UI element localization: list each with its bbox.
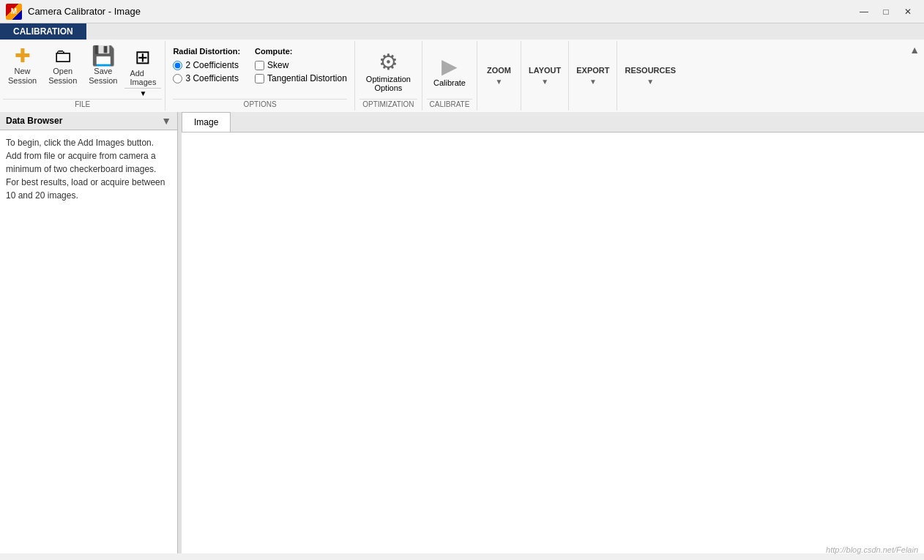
- add-images-button[interactable]: ⊞ AddImages ▼: [124, 42, 162, 99]
- minimize-button[interactable]: —: [854, 4, 874, 20]
- optimization-label: Optimization Options: [366, 75, 411, 92]
- options-group-label: OPTIONS: [173, 99, 346, 109]
- data-browser-content: To begin, click the Add Images button. A…: [0, 130, 177, 208]
- ribbon-content: ✚ New Session 🗀 Open Session 💾 Save Sess…: [0, 40, 924, 112]
- tangential-checkbox[interactable]: [255, 74, 264, 83]
- options-content: Radial Distortion: 2 Coefficients 3 Coef…: [173, 42, 346, 99]
- calibrate-button[interactable]: ▶ Calibrate: [427, 51, 472, 91]
- save-session-label: Save Session: [89, 67, 117, 86]
- resources-label: RESOURCES: [625, 66, 676, 75]
- data-browser-hint: To begin, click the Add Images button. A…: [6, 136, 171, 202]
- open-session-button[interactable]: 🗀 Open Session: [43, 42, 82, 89]
- calibrate-label: Calibrate: [433, 78, 466, 87]
- app-logo: M: [6, 4, 22, 20]
- radial-distortion-label: Radial Distortion:: [173, 47, 240, 56]
- logo-text: M: [11, 7, 17, 15]
- compute-col: Compute: Skew Tangential Distortion: [255, 47, 347, 83]
- new-session-icon: ✚: [15, 46, 31, 65]
- title-bar: M Camera Calibrator - Image — □ ✕: [0, 0, 924, 23]
- radio-3-coefficients[interactable]: 3 Coefficients: [173, 73, 240, 83]
- save-session-icon: 💾: [92, 46, 115, 65]
- title-bar-left: M Camera Calibrator - Image: [6, 4, 141, 20]
- tab-calibration[interactable]: CALIBRATION: [0, 23, 86, 40]
- zoom-arrow: ▼: [496, 78, 503, 86]
- export-group[interactable]: EXPORT ▼: [569, 41, 617, 111]
- save-session-button[interactable]: 💾 Save Session: [83, 42, 122, 89]
- open-session-icon: 🗀: [53, 46, 72, 65]
- new-session-button[interactable]: ✚ New Session: [3, 42, 42, 89]
- data-browser-header: Data Browser ▼: [0, 112, 177, 130]
- title-bar-controls: — □ ✕: [854, 4, 918, 20]
- tangential-distortion-check[interactable]: Tangential Distortion: [255, 73, 347, 83]
- radio-3-coeff-label: 3 Coefficients: [185, 73, 239, 83]
- skew-checkbox[interactable]: [255, 61, 264, 70]
- file-group: ✚ New Session 🗀 Open Session 💾 Save Sess…: [0, 41, 165, 111]
- layout-label: LAYOUT: [529, 66, 561, 75]
- optimization-options-button[interactable]: ⚙ Optimization Options: [359, 45, 417, 96]
- open-session-label: Open Session: [48, 67, 77, 86]
- radio-3-coeff-input[interactable]: [173, 74, 182, 83]
- data-browser: Data Browser ▼ To begin, click the Add I…: [0, 112, 178, 553]
- layout-group[interactable]: LAYOUT ▼: [521, 41, 569, 111]
- calibrate-icon: ▶: [441, 54, 458, 78]
- radial-distortion-col: Radial Distortion: 2 Coefficients 3 Coef…: [173, 47, 240, 83]
- content-area: Image: [182, 112, 924, 553]
- calibrate-content: ▶ Calibrate: [427, 42, 472, 99]
- file-group-label: FILE: [3, 99, 162, 109]
- export-arrow: ▼: [589, 78, 597, 86]
- layout-arrow: ▼: [541, 78, 548, 86]
- add-images-top[interactable]: ⊞ AddImages: [125, 43, 160, 88]
- add-images-arrow[interactable]: ▼: [124, 88, 161, 98]
- collapse-ribbon-area: ▲: [905, 41, 924, 111]
- watermark: http://blog.csdn.net/Felain: [826, 545, 918, 554]
- zoom-label: ZOOM: [487, 66, 511, 75]
- data-browser-toggle[interactable]: ▼: [161, 115, 171, 127]
- add-images-icon: ⊞: [135, 46, 151, 69]
- add-images-label: AddImages: [130, 69, 156, 86]
- data-browser-title: Data Browser: [6, 116, 62, 126]
- image-canvas: [182, 132, 924, 553]
- tab-image[interactable]: Image: [182, 112, 231, 132]
- window-title: Camera Calibrator - Image: [28, 6, 141, 17]
- compute-label: Compute:: [255, 47, 347, 56]
- new-session-label: New Session: [8, 67, 37, 86]
- content-tab-strip: Image: [182, 112, 924, 132]
- tangential-label: Tangential Distortion: [267, 73, 347, 83]
- optimization-group-label: OPTIMIZATION: [359, 99, 417, 109]
- export-label: EXPORT: [576, 66, 609, 75]
- close-button[interactable]: ✕: [898, 4, 918, 20]
- resources-group[interactable]: RESOURCES ▼: [617, 41, 683, 111]
- optimization-content: ⚙ Optimization Options: [359, 42, 417, 99]
- skew-label: Skew: [267, 60, 288, 70]
- radio-2-coeff-input[interactable]: [173, 61, 182, 70]
- optimization-group: ⚙ Optimization Options OPTIMIZATION: [355, 41, 422, 111]
- resources-arrow: ▼: [647, 78, 654, 86]
- optimization-icon: ⚙: [379, 49, 398, 75]
- maximize-button[interactable]: □: [876, 4, 896, 20]
- options-group: Radial Distortion: 2 Coefficients 3 Coef…: [165, 41, 354, 111]
- collapse-ribbon-button[interactable]: ▲: [909, 44, 920, 56]
- radio-2-coefficients[interactable]: 2 Coefficients: [173, 60, 240, 70]
- skew-check[interactable]: Skew: [255, 60, 347, 70]
- file-buttons: ✚ New Session 🗀 Open Session 💾 Save Sess…: [3, 42, 162, 99]
- radio-2-coeff-label: 2 Coefficients: [185, 60, 239, 70]
- calibrate-group-label: CALIBRATE: [427, 99, 472, 109]
- ribbon-tab-bar: CALIBRATION: [0, 23, 924, 40]
- zoom-group[interactable]: ZOOM ▼: [477, 41, 521, 111]
- calibrate-group: ▶ Calibrate CALIBRATE: [422, 41, 477, 111]
- main-area: Data Browser ▼ To begin, click the Add I…: [0, 112, 924, 553]
